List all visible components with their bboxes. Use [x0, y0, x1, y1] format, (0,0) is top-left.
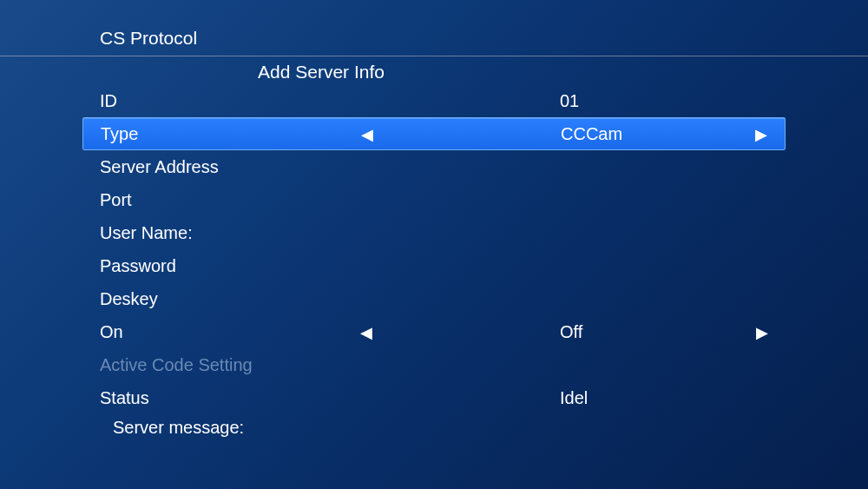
value-type: CCCam — [396, 124, 733, 144]
form-content: ID 01 Type ◀ CCCam ▶ Server Address Port… — [0, 84, 868, 440]
on-next-icon[interactable]: ▶ — [733, 322, 768, 342]
on-prev-icon[interactable]: ◀ — [360, 322, 395, 342]
row-on[interactable]: On ◀ Off ▶ — [82, 315, 786, 348]
row-password[interactable]: Password — [82, 249, 786, 282]
label-type: Type — [101, 124, 361, 144]
label-server-address: Server Address — [100, 157, 360, 177]
row-id[interactable]: ID 01 — [82, 84, 786, 117]
page-title: CS Protocol — [100, 28, 197, 48]
screen-title: Add Server Info — [0, 56, 868, 84]
label-user-name: User Name: — [100, 223, 360, 243]
type-prev-icon[interactable]: ◀ — [361, 124, 396, 144]
label-port: Port — [100, 190, 360, 210]
label-status: Status — [100, 388, 360, 408]
row-status: Status Idel — [82, 381, 786, 414]
label-on: On — [100, 322, 360, 342]
row-deskey[interactable]: Deskey — [82, 282, 786, 315]
row-user-name[interactable]: User Name: — [82, 216, 786, 249]
value-id: 01 — [395, 91, 733, 111]
value-status: Idel — [395, 388, 733, 408]
label-deskey: Deskey — [100, 289, 360, 309]
page-header: CS Protocol — [0, 0, 868, 56]
label-password: Password — [100, 256, 360, 276]
row-server-message: Server message: — [82, 414, 786, 440]
type-next-icon[interactable]: ▶ — [733, 124, 767, 144]
row-type[interactable]: Type ◀ CCCam ▶ — [82, 117, 786, 150]
row-port[interactable]: Port — [82, 183, 786, 216]
row-server-address[interactable]: Server Address — [82, 150, 786, 183]
label-server-message: Server message: — [113, 418, 244, 438]
label-id: ID — [100, 91, 360, 111]
row-active-code: Active Code Setting — [82, 348, 786, 381]
label-active-code: Active Code Setting — [100, 355, 360, 375]
value-on: Off — [395, 322, 733, 342]
